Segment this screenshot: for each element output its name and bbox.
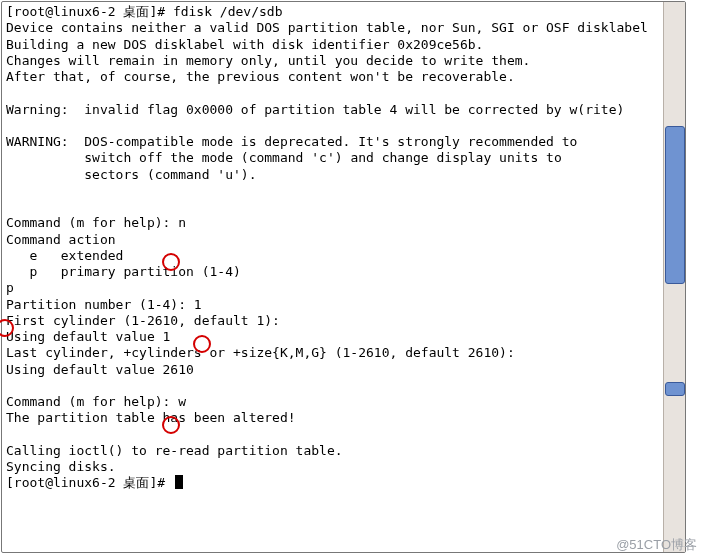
output-line: Building a new DOS disklabel with disk i… bbox=[6, 37, 483, 52]
scrollbar-thumb[interactable] bbox=[665, 382, 685, 396]
output-line: Using default value 2610 bbox=[6, 362, 194, 377]
fdisk-prompt: Partition number (1-4): bbox=[6, 297, 194, 312]
output-line: Warning: invalid flag 0x0000 of partitio… bbox=[6, 102, 624, 117]
scrollbar-thumb[interactable] bbox=[665, 126, 685, 284]
cursor-block bbox=[175, 475, 183, 489]
output-line: After that, of course, the previous cont… bbox=[6, 69, 515, 84]
output-line: The partition table has been altered! bbox=[6, 410, 296, 425]
watermark-text: @51CTO博客 bbox=[616, 537, 697, 553]
fdisk-prompt: Command (m for help): bbox=[6, 394, 178, 409]
user-input-p: p bbox=[6, 280, 14, 295]
output-line: Using default value 1 bbox=[6, 329, 170, 344]
output-line: WARNING: DOS-compatible mode is deprecat… bbox=[6, 134, 577, 149]
output-line: p primary partition (1-4) bbox=[6, 264, 241, 279]
command-text: fdisk /dev/sdb bbox=[173, 4, 283, 19]
terminal-window: [root@linux6-2 桌面]# fdisk /dev/sdb Devic… bbox=[1, 1, 686, 553]
vertical-scrollbar[interactable] bbox=[663, 2, 685, 552]
shell-prompt: [root@linux6-2 桌面]# bbox=[6, 475, 173, 490]
output-line: First cylinder (1-2610, default 1): bbox=[6, 313, 280, 328]
user-input-1: 1 bbox=[194, 297, 202, 312]
output-line: Command action bbox=[6, 232, 116, 247]
output-line: Last cylinder, +cylinders or +size{K,M,G… bbox=[6, 345, 515, 360]
output-line: Calling ioctl() to re-read partition tab… bbox=[6, 443, 343, 458]
output-line: Syncing disks. bbox=[6, 459, 116, 474]
output-line: e extended bbox=[6, 248, 123, 263]
user-input-w: w bbox=[178, 394, 186, 409]
fdisk-prompt: Command (m for help): bbox=[6, 215, 178, 230]
output-line: Changes will remain in memory only, unti… bbox=[6, 53, 530, 68]
output-line: switch off the mode (command 'c') and ch… bbox=[6, 150, 562, 165]
user-input-n: n bbox=[178, 215, 186, 230]
output-line: sectors (command 'u'). bbox=[6, 167, 256, 182]
shell-prompt: [root@linux6-2 桌面]# bbox=[6, 4, 173, 19]
output-line: Device contains neither a valid DOS part… bbox=[6, 20, 648, 35]
terminal-content[interactable]: [root@linux6-2 桌面]# fdisk /dev/sdb Devic… bbox=[2, 2, 663, 552]
